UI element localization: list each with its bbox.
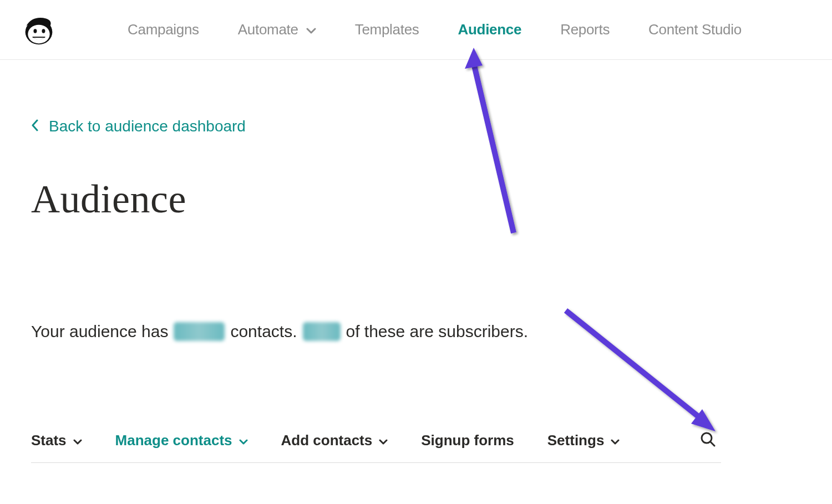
page-title: Audience	[31, 176, 801, 222]
stats-text: of these are subscribers.	[346, 322, 529, 341]
subtab-label: Signup forms	[421, 432, 514, 449]
nav-content-studio[interactable]: Content Studio	[648, 21, 742, 38]
svg-line-5	[711, 442, 714, 446]
back-link-label: Back to audience dashboard	[49, 118, 246, 135]
back-link[interactable]: Back to audience dashboard	[31, 118, 801, 135]
nav-items: Campaigns Automate Templates Audience Re…	[128, 21, 742, 38]
subtab-manage-contacts[interactable]: Manage contacts	[115, 432, 248, 449]
stats-text: Your audience has	[31, 322, 168, 341]
top-nav: Campaigns Automate Templates Audience Re…	[0, 0, 832, 60]
subtab-label: Stats	[31, 432, 67, 449]
chevron-down-icon	[379, 432, 388, 449]
subtab-stats[interactable]: Stats	[31, 432, 82, 449]
chevron-down-icon	[611, 432, 620, 449]
svg-point-2	[33, 29, 37, 33]
subtab-signup-forms[interactable]: Signup forms	[421, 432, 514, 449]
svg-point-1	[28, 24, 49, 43]
search-icon	[700, 431, 716, 447]
chevron-down-icon	[73, 432, 82, 449]
svg-point-3	[42, 29, 45, 33]
subtab-label: Manage contacts	[115, 432, 232, 449]
stats-text: contacts.	[230, 322, 297, 341]
subtab-label: Settings	[547, 432, 605, 449]
nav-label: Automate	[238, 21, 298, 38]
redacted-subscriber-count	[303, 322, 341, 341]
nav-label: Templates	[355, 21, 419, 38]
search-button[interactable]	[700, 431, 721, 449]
redacted-contact-count	[174, 322, 225, 341]
nav-campaigns[interactable]: Campaigns	[128, 21, 199, 38]
nav-label: Reports	[560, 21, 610, 38]
audience-subtabs: Stats Manage contacts Add contacts Signu…	[31, 431, 721, 463]
nav-label: Content Studio	[648, 21, 742, 38]
chevron-down-icon	[306, 21, 316, 38]
subtab-label: Add contacts	[281, 432, 373, 449]
chevron-left-icon	[31, 118, 39, 135]
nav-automate[interactable]: Automate	[238, 21, 316, 38]
page-content: Back to audience dashboard Audience Your…	[0, 60, 832, 341]
chevron-down-icon	[239, 432, 248, 449]
nav-audience[interactable]: Audience	[458, 21, 522, 38]
audience-stats-line: Your audience has contacts. of these are…	[31, 322, 801, 341]
subtab-settings[interactable]: Settings	[547, 432, 620, 449]
freddie-icon	[22, 12, 55, 48]
nav-label: Audience	[458, 21, 522, 38]
nav-reports[interactable]: Reports	[560, 21, 610, 38]
svg-marker-9	[691, 409, 716, 431]
brand-logo[interactable]	[22, 12, 55, 48]
nav-label: Campaigns	[128, 21, 199, 38]
nav-templates[interactable]: Templates	[355, 21, 419, 38]
subtab-add-contacts[interactable]: Add contacts	[281, 432, 388, 449]
